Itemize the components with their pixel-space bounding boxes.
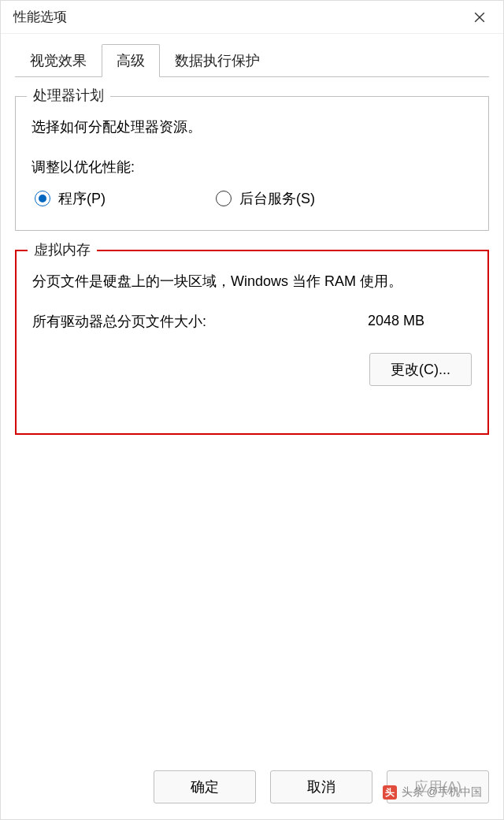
performance-options-window: 性能选项 视觉效果 高级 数据执行保护 处理器计划 选择如何分配处理器资源。 调… xyxy=(0,0,504,820)
titlebar: 性能选项 xyxy=(1,1,503,34)
adjust-label: 调整以优化性能: xyxy=(32,158,472,176)
radio-programs[interactable]: 程序(P) xyxy=(35,189,106,208)
change-button-row: 更改(C)... xyxy=(32,353,472,386)
radio-dot-icon xyxy=(39,195,46,202)
apply-button[interactable]: 应用(A) xyxy=(387,770,489,803)
dialog-footer: 确定 取消 应用(A) xyxy=(1,759,503,819)
tab-advanced[interactable]: 高级 xyxy=(102,44,160,77)
window-title: 性能选项 xyxy=(13,8,67,26)
processor-desc: 选择如何分配处理器资源。 xyxy=(32,116,472,139)
virtual-memory-desc: 分页文件是硬盘上的一块区域，Windows 当作 RAM 使用。 xyxy=(32,270,472,293)
ok-button[interactable]: 确定 xyxy=(154,770,256,803)
close-button[interactable] xyxy=(467,5,492,30)
tab-strip: 视觉效果 高级 数据执行保护 xyxy=(1,34,503,76)
change-button[interactable]: 更改(C)... xyxy=(369,353,472,386)
radio-circle-icon xyxy=(35,191,50,206)
paging-file-size-label: 所有驱动器总分页文件大小: xyxy=(32,312,206,331)
cancel-button[interactable]: 取消 xyxy=(270,770,372,803)
radio-background-label: 后台服务(S) xyxy=(239,189,315,208)
radio-programs-label: 程序(P) xyxy=(58,189,106,208)
processor-scheduling-group: 处理器计划 选择如何分配处理器资源。 调整以优化性能: 程序(P) 后台服务(S… xyxy=(15,96,489,231)
radio-circle-icon xyxy=(216,191,232,206)
paging-file-size-row: 所有驱动器总分页文件大小: 2048 MB xyxy=(32,312,472,331)
virtual-memory-title: 虚拟内存 xyxy=(28,240,97,259)
close-icon xyxy=(474,12,485,23)
virtual-memory-group: 虚拟内存 分页文件是硬盘上的一块区域，Windows 当作 RAM 使用。 所有… xyxy=(15,250,489,435)
tab-content-advanced: 处理器计划 选择如何分配处理器资源。 调整以优化性能: 程序(P) 后台服务(S… xyxy=(1,77,503,759)
processor-group-title: 处理器计划 xyxy=(27,86,110,105)
radio-background-services[interactable]: 后台服务(S) xyxy=(216,189,315,208)
radio-row: 程序(P) 后台服务(S) xyxy=(32,189,472,208)
tab-dep[interactable]: 数据执行保护 xyxy=(160,44,275,77)
tab-visual-effects[interactable]: 视觉效果 xyxy=(15,44,102,77)
paging-file-size-value: 2048 MB xyxy=(368,313,424,329)
